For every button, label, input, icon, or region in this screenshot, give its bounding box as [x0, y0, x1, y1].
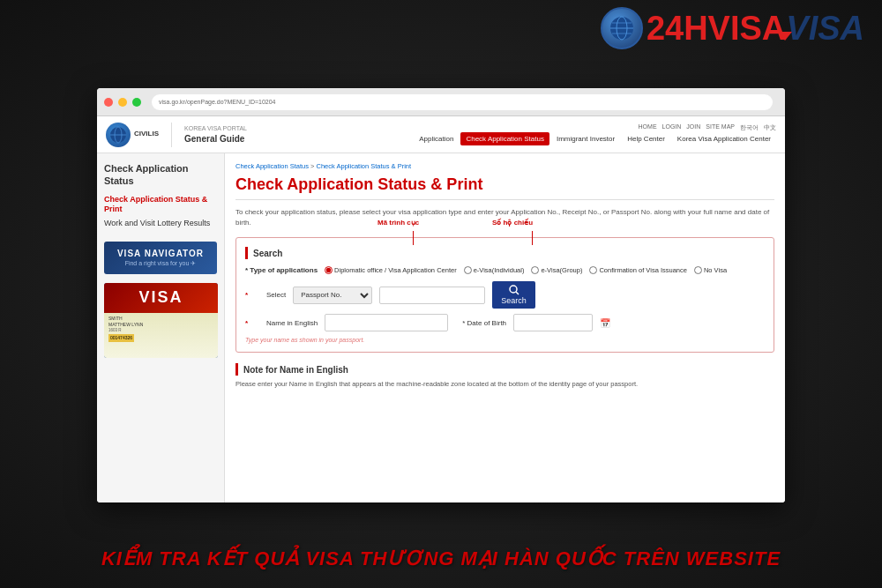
- link-korean[interactable]: 한국어: [740, 123, 759, 132]
- nav-maximize-dot: [132, 98, 141, 107]
- visa-card-red-section: VISA: [104, 283, 218, 313]
- nav-close-dot: [104, 98, 113, 107]
- logo-globe-icon: [601, 7, 643, 49]
- nav-immigrant[interactable]: Immigrant Investor: [551, 132, 620, 145]
- svg-point-8: [510, 286, 517, 293]
- svg-line-9: [516, 292, 519, 294]
- logo-visa: VISA: [786, 10, 864, 48]
- sidebar-link-lottery[interactable]: Work and Visit Lottery Results: [104, 219, 217, 229]
- civilis-logo: CIVILIS: [106, 123, 159, 147]
- sidebar-title: Check Application Status: [104, 162, 217, 188]
- note-title: Note for Name in English: [235, 363, 774, 376]
- name-dob-row: * Name in English * Date of Birth 📅: [245, 314, 765, 331]
- arrow-line-right: [532, 231, 533, 245]
- search-button[interactable]: Search: [492, 281, 535, 309]
- hint-text: Type your name as shown in your passport…: [245, 337, 765, 343]
- link-join[interactable]: JOIN: [686, 123, 700, 132]
- visa-card-image: VISA SMITH MATTHEW LYNN 1603 R 001474326: [104, 283, 218, 358]
- id-input[interactable]: [379, 287, 485, 304]
- nav-help[interactable]: Help Center: [622, 132, 670, 145]
- annotation-ma-trinh-tuc: Mã trình cục: [377, 219, 419, 227]
- site-logo: 24HVISA VISA: [601, 7, 864, 49]
- radio-group-label: * Type of applications: [245, 266, 318, 274]
- search-section-title: Search: [245, 247, 765, 259]
- nav-minimize-dot: [118, 98, 127, 107]
- bottom-text: KIỂM TRA KẾT QUẢ VISA THƯƠNG MẠI HÀN QUỐ…: [0, 547, 882, 570]
- radio-evisa-individual[interactable]: e-Visa(Individual): [464, 266, 525, 274]
- dob-input[interactable]: [513, 314, 593, 331]
- logo-arrow-icon: [778, 32, 792, 41]
- page-title: Check Application Status & Print: [235, 175, 774, 200]
- logo-24h: 24HVISA: [647, 10, 786, 48]
- note-section: Note for Name in English Please enter yo…: [235, 363, 774, 389]
- browser-nav-bar: visa.go.kr/openPage.do?MENU_ID=10204: [97, 88, 785, 116]
- type-select[interactable]: Passport No. Application No. Receipt No.: [293, 287, 372, 304]
- civilis-label: CIVILIS: [134, 130, 159, 138]
- visa-navigator-box: VISA NAVIGATOR Find a right visa for you…: [104, 242, 217, 274]
- radio-group: * Type of applications Diplomatic office…: [245, 266, 765, 274]
- url-bar[interactable]: visa.go.kr/openPage.do?MENU_ID=10204: [152, 94, 773, 110]
- portal-nav: Application Check Application Status Imm…: [414, 132, 776, 145]
- arrow-line-left: [413, 231, 414, 245]
- link-login[interactable]: LOGIN: [662, 123, 682, 132]
- visa-navigator-sub: Find a right visa for you ✈: [111, 260, 210, 267]
- search-icon: [509, 285, 519, 295]
- civilis-globe-icon: [106, 123, 131, 147]
- nav-visa-center[interactable]: Korea Visa Application Center: [672, 132, 776, 145]
- divider: [171, 123, 172, 147]
- link-chinese[interactable]: 中文: [764, 123, 776, 132]
- link-sitemap[interactable]: SITE MAP: [706, 123, 735, 132]
- radio-diplomatic[interactable]: Diplomatic office / Visa Application Cen…: [325, 266, 457, 274]
- browser-window: visa.go.kr/openPage.do?MENU_ID=10204 CIV…: [97, 88, 785, 502]
- radio-confirmation[interactable]: Confirmation of Visa Issuance: [589, 266, 687, 274]
- name-input[interactable]: [325, 314, 448, 331]
- link-home[interactable]: HOME: [639, 123, 657, 132]
- select-row: * Select Passport No. Application No. Re…: [245, 281, 765, 309]
- portal-header: CIVILIS KOREA VISA PORTAL General Guide …: [97, 116, 785, 153]
- visa-navigator-title: VISA NAVIGATOR: [111, 249, 210, 258]
- radio-no-visa[interactable]: No Visa: [694, 266, 727, 274]
- nav-application[interactable]: Application: [414, 132, 459, 145]
- select-text-label: Select: [266, 291, 286, 299]
- select-label: *: [245, 291, 259, 299]
- main-content: Check Application Status > Check Applica…: [225, 153, 785, 502]
- nav-check-status[interactable]: Check Application Status: [460, 132, 549, 145]
- annotation-so-ho-chieu: Số hộ chiếu: [492, 219, 533, 227]
- name-label-star: *: [245, 319, 259, 327]
- top-links: HOME LOGIN JOIN SITE MAP 한국어 中文: [639, 123, 776, 132]
- breadcrumb: Check Application Status > Check Applica…: [235, 162, 774, 170]
- visa-card-white-section: SMITH MATTHEW LYNN 1603 R 001474326: [104, 313, 218, 358]
- dob-text-label: * Date of Birth: [462, 319, 506, 327]
- calendar-icon[interactable]: 📅: [600, 318, 610, 328]
- radio-evisa-group[interactable]: e-Visa(Group): [531, 266, 582, 274]
- name-text-label: Name in English: [266, 319, 318, 327]
- search-section: Mã trình cục Số hộ chiếu Search * Type o…: [235, 237, 774, 353]
- note-text: Please enter your Name in English that a…: [235, 379, 774, 389]
- sidebar: Check Application Status Check Applicati…: [97, 153, 225, 502]
- sidebar-link-check-status[interactable]: Check Application Status & Print: [104, 195, 217, 215]
- content-area: Check Application Status Check Applicati…: [97, 153, 785, 502]
- portal-title: KOREA VISA PORTAL General Guide: [184, 124, 247, 144]
